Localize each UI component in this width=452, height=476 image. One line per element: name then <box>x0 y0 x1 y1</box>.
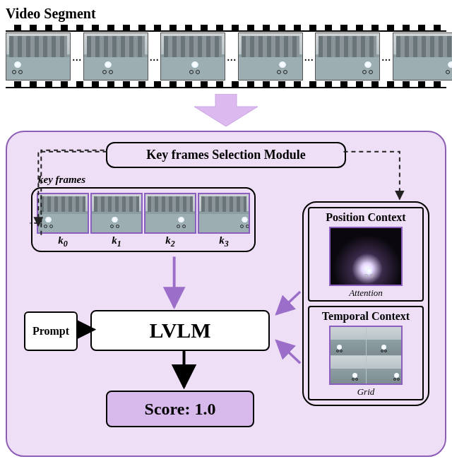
video-frame <box>238 32 303 81</box>
temporal-context-block: Temporal Context Grid <box>308 306 424 400</box>
keyframe-selection-module: Key frames Selection Module <box>106 142 346 168</box>
svg-marker-0 <box>194 94 258 126</box>
keyframe-k1: k1 <box>90 193 143 249</box>
pipeline-panel: Key frames Selection Module key frames k… <box>6 131 446 457</box>
title: Video Segment <box>6 6 446 22</box>
ellipsis-icon: ... <box>71 49 83 64</box>
context-column: Position Context Attention Temporal Cont… <box>302 201 429 406</box>
video-frame <box>160 32 225 81</box>
video-frame <box>393 32 453 81</box>
position-context-title: Position Context <box>312 211 420 224</box>
position-context-block: Position Context Attention <box>308 207 424 302</box>
ellipsis-icon: ... <box>303 49 316 64</box>
grid-cell <box>331 356 366 384</box>
temporal-context-caption: Grid <box>312 386 420 398</box>
position-context-caption: Attention <box>312 287 420 299</box>
video-frame <box>6 32 71 81</box>
temporal-context-title: Temporal Context <box>312 310 420 323</box>
position-context-image <box>329 227 403 286</box>
keyframe-k2: k2 <box>144 193 196 249</box>
video-frame <box>315 32 380 81</box>
ellipsis-icon: ... <box>380 49 393 64</box>
keyframe-k0: k0 <box>37 193 89 249</box>
score-box: Score: 1.0 <box>106 391 254 427</box>
arrow-down-icon <box>6 94 446 126</box>
prompt-box: Prompt <box>24 311 78 351</box>
filmstrip: ............... <box>6 25 446 88</box>
video-frame <box>83 32 148 81</box>
temporal-context-image <box>329 326 403 385</box>
lvlm-box: LVLM <box>90 310 270 351</box>
keyframes-box: k0k1k2k3 <box>31 187 256 252</box>
grid-cell <box>367 327 402 355</box>
keyframe-k3: k3 <box>198 193 250 249</box>
grid-cell <box>367 356 402 384</box>
keyframes-label: key frames <box>38 174 434 186</box>
ellipsis-icon: ... <box>225 49 238 64</box>
ellipsis-icon: ... <box>148 49 161 64</box>
grid-cell <box>331 327 366 355</box>
